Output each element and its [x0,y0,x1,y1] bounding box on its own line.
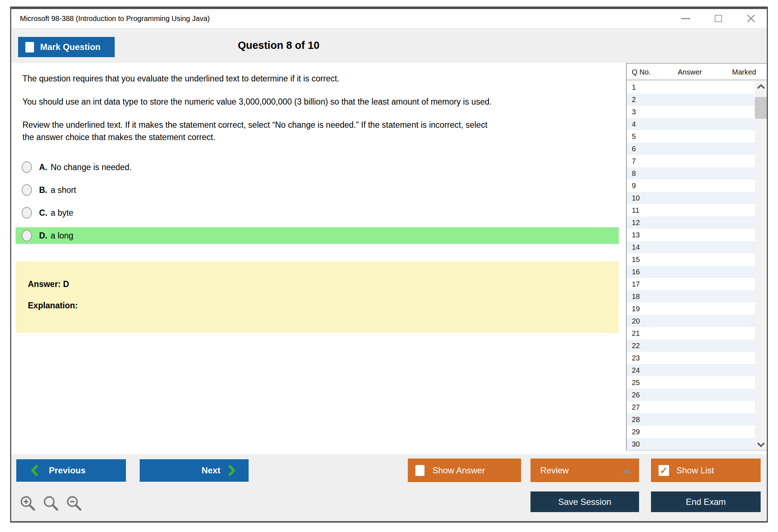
review-button[interactable]: Review [530,459,639,482]
question-counter: Question 8 of 10 [11,28,546,63]
zoom-in-icon[interactable] [19,495,37,512]
chevron-right-icon [228,465,236,476]
list-item[interactable]: 22 [627,339,755,352]
question-statement: You should use an int data type to store… [16,96,619,108]
caret-up-icon [622,468,630,473]
list-item[interactable]: 27 [627,401,755,413]
list-item[interactable]: 12 [627,216,755,229]
list-item[interactable]: 10 [627,192,755,204]
list-item[interactable]: 25 [627,376,755,389]
option-letter: D. [39,231,47,241]
option-c-radio[interactable] [22,207,32,219]
question-area: The question requires that you evaluate … [16,63,619,333]
explanation-label: Explanation: [28,301,619,311]
option-letter: A. [39,162,47,172]
list-item[interactable]: 5 [627,130,755,143]
list-item[interactable]: 8 [627,167,755,180]
column-q-no: Q No. [632,64,651,80]
search-icon[interactable] [42,495,60,512]
list-item[interactable]: 1 [627,81,755,93]
option-d-radio[interactable] [22,230,32,241]
question-list-header: Q No. Answer Marked [627,64,767,80]
list-item[interactable]: 11 [627,204,755,216]
show-list-button[interactable]: ✓ Show List [651,459,761,482]
answer-explanation-box: Answer: D Explanation: [16,261,619,333]
options-list: A. No change is needed. B. a short C. a … [16,159,619,244]
list-item[interactable]: 14 [627,241,755,253]
previous-button[interactable]: Previous [16,459,126,482]
zoom-out-icon[interactable] [65,495,83,512]
list-item[interactable]: 24 [627,364,755,376]
check-icon: ✓ [660,466,668,475]
next-label: Next [202,465,220,476]
list-item[interactable]: 21 [627,327,755,339]
window-title: Microsoft 98-388 (Introduction to Progra… [20,9,210,28]
answer-label: Answer: D [28,279,619,289]
list-item[interactable]: 30 [627,438,755,450]
end-exam-label: End Exam [686,497,726,507]
chevron-left-icon [31,465,38,476]
option-a[interactable]: A. No change is needed. [16,159,619,176]
option-b-radio[interactable] [22,184,32,196]
scroll-up-button[interactable] [755,81,767,92]
header-bar: Mark Question Question 8 of 10 [11,28,767,63]
maximize-icon [715,15,722,22]
list-item[interactable]: 13 [627,229,755,241]
end-exam-button[interactable]: End Exam [651,491,761,512]
save-session-button[interactable]: Save Session [530,491,639,512]
list-item[interactable]: 19 [627,303,755,315]
previous-label: Previous [49,465,85,476]
list-item[interactable]: 15 [627,253,755,266]
scrollbar-thumb[interactable] [755,97,767,119]
list-item[interactable]: 20 [627,315,755,327]
column-answer: Answer [678,64,702,80]
review-label: Review [540,465,569,476]
titlebar: Microsoft 98-388 (Introduction to Progra… [11,9,767,28]
list-item[interactable]: 23 [627,352,755,364]
minimize-button[interactable] [678,11,693,26]
list-item[interactable]: 17 [627,278,755,290]
show-answer-checkbox[interactable] [415,465,424,476]
question-instruction: The question requires that you evaluate … [16,72,619,85]
question-directive-line2: the answer choice that makes the stateme… [16,131,619,143]
exam-window: Microsoft 98-388 (Introduction to Progra… [10,7,768,523]
list-item[interactable]: 7 [627,155,755,167]
list-item[interactable]: 18 [627,290,755,303]
minimize-icon [681,18,690,19]
close-icon [747,14,755,23]
option-b[interactable]: B. a short [16,182,619,198]
scroll-down-button[interactable] [755,439,767,450]
option-letter: C. [39,208,47,218]
option-letter: B. [39,185,47,195]
list-item[interactable]: 9 [627,180,755,192]
column-marked: Marked [732,64,756,80]
list-item[interactable]: 16 [627,266,755,278]
show-list-label: Show List [676,465,714,476]
chevron-up-icon [757,84,765,89]
list-item[interactable]: 26 [627,389,755,401]
option-c[interactable]: C. a byte [16,204,619,221]
option-text: a long [51,231,73,241]
question-list: 1234567891011121314151617181920212223242… [627,81,755,450]
chevron-down-icon [757,442,765,447]
show-answer-button[interactable]: Show Answer [408,459,521,482]
list-item[interactable]: 28 [627,413,755,426]
next-button[interactable]: Next [140,459,249,482]
maximize-button[interactable] [711,11,726,26]
option-d[interactable]: D. a long [16,227,619,244]
zoom-toolbar [19,495,83,512]
question-list-panel: Q No. Answer Marked 12345678910111213141… [626,63,767,451]
show-list-checkbox[interactable]: ✓ [659,465,669,476]
save-session-label: Save Session [558,497,612,507]
close-button[interactable] [744,11,758,26]
list-item[interactable]: 2 [627,93,755,106]
list-item[interactable]: 29 [627,426,755,438]
list-item[interactable]: 4 [627,118,755,130]
option-a-radio[interactable] [22,161,32,173]
show-answer-label: Show Answer [432,465,485,476]
question-directive-line1: Review the underlined text. If it makes … [16,119,619,131]
list-item[interactable]: 6 [627,143,755,155]
list-item[interactable]: 3 [627,106,755,118]
option-text: a byte [51,208,73,218]
question-list-scrollbar[interactable] [755,81,767,450]
